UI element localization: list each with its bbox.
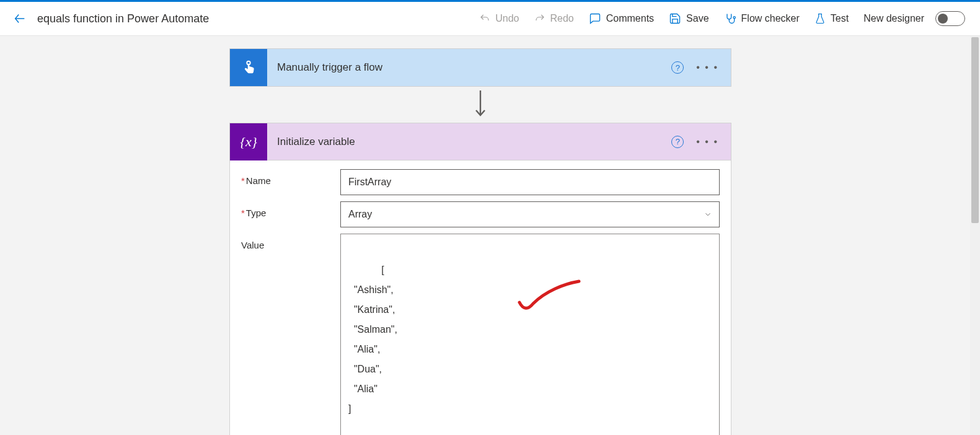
stethoscope-icon [724, 12, 736, 25]
type-row: *Type [241, 201, 720, 227]
type-label: *Type [241, 201, 340, 218]
new-designer-label: New designer [863, 13, 924, 24]
test-label: Test [831, 13, 849, 24]
save-button[interactable]: Save [661, 9, 716, 29]
page-title: equals function in Power Automate [37, 12, 209, 25]
comments-button[interactable]: Comments [581, 9, 661, 29]
action-card: {x} Initialize variable ? • • • *Name *T… [229, 123, 731, 435]
flow-checker-button[interactable]: Flow checker [717, 9, 807, 29]
value-label: Value [241, 234, 340, 250]
arrow-down-icon [473, 90, 488, 119]
flask-icon [814, 13, 826, 24]
save-icon [669, 12, 681, 25]
redo-label: Redo [550, 13, 574, 24]
checkmark-annotation [514, 279, 583, 316]
new-designer-toggle[interactable]: New designer [856, 7, 973, 30]
value-textarea[interactable]: [ "Ashish", "Katrina", "Salman", "Alia",… [340, 234, 720, 435]
flow-column: Manually trigger a flow ? • • • {x} Init… [229, 48, 731, 435]
undo-label: Undo [495, 13, 519, 24]
trigger-header[interactable]: Manually trigger a flow ? • • • [230, 49, 731, 86]
comments-label: Comments [606, 13, 654, 24]
trigger-title: Manually trigger a flow [267, 61, 671, 74]
variable-icon-box: {x} [230, 123, 267, 160]
action-body: *Name *Type Value [ "Ashish", "Katrina",… [230, 160, 731, 435]
value-row: Value [ "Ashish", "Katrina", "Salman", "… [241, 234, 720, 435]
undo-icon [479, 13, 490, 24]
top-bar: equals function in Power Automate Undo R… [0, 2, 980, 36]
test-button[interactable]: Test [807, 9, 856, 28]
redo-icon [534, 13, 545, 24]
help-icon[interactable]: ? [671, 61, 684, 74]
trigger-card[interactable]: Manually trigger a flow ? • • • [229, 48, 731, 87]
flow-canvas[interactable]: Manually trigger a flow ? • • • {x} Init… [0, 36, 980, 435]
variable-icon: {x} [240, 134, 257, 150]
arrow-left-icon [13, 12, 27, 25]
comment-icon [589, 12, 601, 25]
help-icon[interactable]: ? [671, 136, 684, 148]
svg-point-1 [733, 17, 735, 19]
name-input[interactable] [340, 169, 720, 195]
value-content: [ "Ashish", "Katrina", "Salman", "Alia",… [348, 265, 397, 414]
flow-checker-label: Flow checker [741, 13, 800, 24]
redo-button[interactable]: Redo [527, 9, 581, 28]
vertical-scrollbar[interactable] [970, 36, 980, 435]
action-actions: ? • • • [671, 136, 731, 148]
type-input[interactable] [340, 201, 720, 227]
toggle-switch[interactable] [935, 11, 965, 26]
trigger-actions: ? • • • [671, 61, 731, 74]
back-button[interactable] [7, 6, 32, 31]
action-title: Initialize variable [267, 136, 671, 148]
action-header[interactable]: {x} Initialize variable ? • • • [230, 123, 731, 160]
touch-icon [239, 58, 258, 77]
type-label-text: Type [246, 208, 267, 218]
type-select[interactable] [340, 201, 720, 227]
name-row: *Name [241, 169, 720, 195]
name-label: *Name [241, 169, 340, 186]
scrollbar-thumb[interactable] [971, 37, 979, 223]
name-label-text: Name [246, 175, 271, 186]
connector-arrow [229, 87, 731, 123]
trigger-icon-box [230, 49, 267, 86]
save-label: Save [686, 13, 709, 24]
undo-button[interactable]: Undo [472, 9, 526, 28]
